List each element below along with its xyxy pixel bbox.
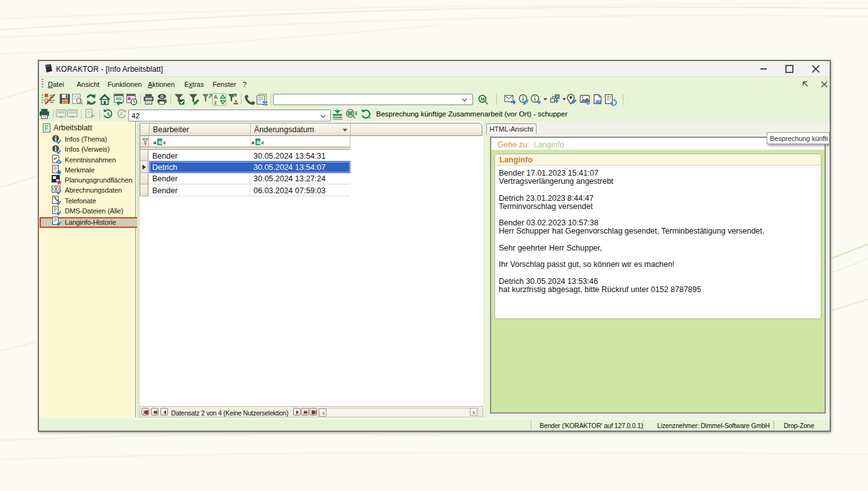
svg-text:a: a xyxy=(252,140,255,145)
svg-text:a: a xyxy=(153,140,157,145)
svg-text:B: B xyxy=(159,140,162,145)
svg-text:c: c xyxy=(164,140,167,145)
svg-text:B: B xyxy=(257,140,260,145)
svg-text:c: c xyxy=(262,140,265,145)
svg-text:z: z xyxy=(214,99,216,106)
svg-text:M: M xyxy=(481,96,485,102)
